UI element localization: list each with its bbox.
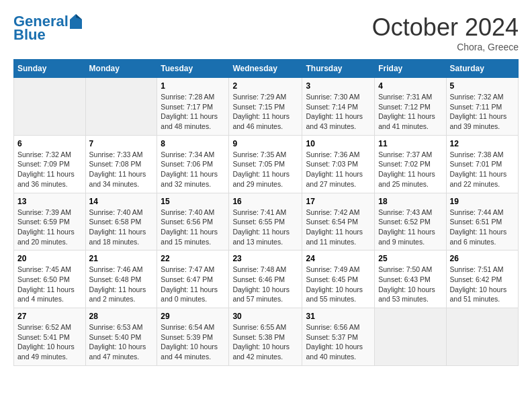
day-cell: 24Sunrise: 7:49 AM Sunset: 6:45 PM Dayli…	[302, 250, 375, 308]
day-detail: Sunrise: 7:44 AM Sunset: 6:51 PM Dayligh…	[450, 208, 515, 247]
page-header: General Blue October 2024 Chora, Greece	[13, 13, 519, 52]
day-cell	[446, 308, 519, 366]
day-header-thursday: Thursday	[302, 60, 375, 78]
day-detail: Sunrise: 7:41 AM Sunset: 6:55 PM Dayligh…	[232, 208, 298, 247]
title-area: October 2024 Chora, Greece	[372, 13, 519, 52]
day-detail: Sunrise: 6:55 AM Sunset: 5:38 PM Dayligh…	[232, 322, 298, 362]
day-number: 31	[306, 312, 371, 321]
day-detail: Sunrise: 7:29 AM Sunset: 7:15 PM Dayligh…	[232, 92, 298, 132]
day-cell: 3Sunrise: 7:30 AM Sunset: 7:14 PM Daylig…	[302, 78, 375, 136]
day-detail: Sunrise: 7:42 AM Sunset: 6:54 PM Dayligh…	[306, 208, 371, 247]
day-detail: Sunrise: 7:30 AM Sunset: 7:14 PM Dayligh…	[306, 92, 371, 132]
day-number: 14	[89, 197, 154, 206]
day-detail: Sunrise: 7:40 AM Sunset: 6:56 PM Dayligh…	[161, 208, 225, 247]
day-number: 29	[161, 312, 225, 321]
day-detail: Sunrise: 6:52 AM Sunset: 5:41 PM Dayligh…	[17, 322, 82, 362]
day-cell: 28Sunrise: 6:53 AM Sunset: 5:40 PM Dayli…	[85, 308, 157, 366]
day-header-sunday: Sunday	[14, 60, 86, 78]
week-row-5: 27Sunrise: 6:52 AM Sunset: 5:41 PM Dayli…	[14, 308, 519, 366]
day-detail: Sunrise: 7:49 AM Sunset: 6:45 PM Dayligh…	[306, 265, 371, 304]
day-cell: 21Sunrise: 7:46 AM Sunset: 6:48 PM Dayli…	[85, 250, 157, 308]
day-header-monday: Monday	[85, 60, 157, 78]
day-detail: Sunrise: 7:34 AM Sunset: 7:06 PM Dayligh…	[161, 150, 225, 189]
day-cell: 19Sunrise: 7:44 AM Sunset: 6:51 PM Dayli…	[446, 193, 519, 250]
day-header-saturday: Saturday	[446, 60, 519, 78]
month-title: October 2024	[372, 13, 519, 42]
day-detail: Sunrise: 7:36 AM Sunset: 7:03 PM Dayligh…	[306, 150, 371, 189]
day-number: 4	[378, 81, 442, 91]
day-cell: 12Sunrise: 7:38 AM Sunset: 7:01 PM Dayli…	[446, 135, 519, 193]
day-cell: 7Sunrise: 7:33 AM Sunset: 7:08 PM Daylig…	[85, 135, 157, 193]
day-cell: 31Sunrise: 6:56 AM Sunset: 5:37 PM Dayli…	[302, 308, 375, 366]
day-cell: 22Sunrise: 7:47 AM Sunset: 6:47 PM Dayli…	[157, 250, 229, 308]
day-detail: Sunrise: 7:35 AM Sunset: 7:05 PM Dayligh…	[232, 150, 298, 189]
week-row-2: 6Sunrise: 7:32 AM Sunset: 7:09 PM Daylig…	[14, 135, 519, 193]
location: Chora, Greece	[372, 42, 519, 52]
day-header-tuesday: Tuesday	[157, 60, 229, 78]
day-number: 20	[17, 254, 82, 263]
day-detail: Sunrise: 7:45 AM Sunset: 6:50 PM Dayligh…	[17, 265, 82, 304]
day-cell: 26Sunrise: 7:51 AM Sunset: 6:42 PM Dayli…	[446, 250, 519, 308]
day-cell: 6Sunrise: 7:32 AM Sunset: 7:09 PM Daylig…	[14, 135, 86, 193]
day-number: 12	[450, 139, 515, 148]
day-header-wednesday: Wednesday	[229, 60, 302, 78]
day-cell: 14Sunrise: 7:40 AM Sunset: 6:58 PM Dayli…	[85, 193, 157, 250]
day-number: 22	[161, 254, 225, 263]
day-cell	[85, 78, 157, 136]
day-cell: 17Sunrise: 7:42 AM Sunset: 6:54 PM Dayli…	[302, 193, 375, 250]
day-number: 23	[232, 254, 298, 263]
day-number: 17	[306, 197, 371, 206]
day-cell: 1Sunrise: 7:28 AM Sunset: 7:17 PM Daylig…	[157, 78, 229, 136]
day-header-friday: Friday	[375, 60, 446, 78]
day-detail: Sunrise: 6:53 AM Sunset: 5:40 PM Dayligh…	[89, 322, 154, 362]
day-number: 1	[161, 81, 225, 91]
day-number: 25	[378, 254, 442, 263]
day-number: 27	[17, 312, 82, 321]
day-number: 5	[450, 81, 515, 91]
day-cell: 13Sunrise: 7:39 AM Sunset: 6:59 PM Dayli…	[14, 193, 86, 250]
day-cell: 5Sunrise: 7:32 AM Sunset: 7:11 PM Daylig…	[446, 78, 519, 136]
day-detail: Sunrise: 7:32 AM Sunset: 7:09 PM Dayligh…	[17, 150, 82, 189]
day-cell: 8Sunrise: 7:34 AM Sunset: 7:06 PM Daylig…	[157, 135, 229, 193]
day-detail: Sunrise: 7:40 AM Sunset: 6:58 PM Dayligh…	[89, 208, 154, 247]
week-row-3: 13Sunrise: 7:39 AM Sunset: 6:59 PM Dayli…	[14, 193, 519, 250]
day-detail: Sunrise: 7:32 AM Sunset: 7:11 PM Dayligh…	[450, 92, 515, 132]
day-cell	[14, 78, 86, 136]
day-detail: Sunrise: 7:31 AM Sunset: 7:12 PM Dayligh…	[378, 92, 442, 132]
logo: General Blue	[13, 13, 82, 43]
day-cell	[375, 308, 446, 366]
day-number: 30	[232, 312, 298, 321]
day-cell: 2Sunrise: 7:29 AM Sunset: 7:15 PM Daylig…	[229, 78, 302, 136]
day-cell: 30Sunrise: 6:55 AM Sunset: 5:38 PM Dayli…	[229, 308, 302, 366]
week-row-4: 20Sunrise: 7:45 AM Sunset: 6:50 PM Dayli…	[14, 250, 519, 308]
day-number: 15	[161, 197, 225, 206]
day-number: 21	[89, 254, 154, 263]
day-cell: 11Sunrise: 7:37 AM Sunset: 7:02 PM Dayli…	[375, 135, 446, 193]
day-number: 3	[306, 81, 371, 91]
header-row: SundayMondayTuesdayWednesdayThursdayFrid…	[14, 60, 519, 78]
day-detail: Sunrise: 6:56 AM Sunset: 5:37 PM Dayligh…	[306, 322, 371, 362]
day-number: 11	[378, 139, 442, 148]
day-detail: Sunrise: 7:46 AM Sunset: 6:48 PM Dayligh…	[89, 265, 154, 304]
day-detail: Sunrise: 6:54 AM Sunset: 5:39 PM Dayligh…	[161, 322, 225, 362]
day-cell: 18Sunrise: 7:43 AM Sunset: 6:52 PM Dayli…	[375, 193, 446, 250]
day-cell: 9Sunrise: 7:35 AM Sunset: 7:05 PM Daylig…	[229, 135, 302, 193]
day-number: 26	[450, 254, 515, 263]
day-cell: 23Sunrise: 7:48 AM Sunset: 6:46 PM Dayli…	[229, 250, 302, 308]
day-detail: Sunrise: 7:47 AM Sunset: 6:47 PM Dayligh…	[161, 265, 225, 304]
day-detail: Sunrise: 7:28 AM Sunset: 7:17 PM Dayligh…	[161, 92, 225, 132]
day-number: 13	[17, 197, 82, 206]
calendar-table: SundayMondayTuesdayWednesdayThursdayFrid…	[13, 59, 519, 366]
day-number: 6	[17, 139, 82, 148]
day-number: 8	[161, 139, 225, 148]
day-cell: 20Sunrise: 7:45 AM Sunset: 6:50 PM Dayli…	[14, 250, 86, 308]
day-number: 7	[89, 139, 154, 148]
day-detail: Sunrise: 7:39 AM Sunset: 6:59 PM Dayligh…	[17, 208, 82, 247]
day-cell: 27Sunrise: 6:52 AM Sunset: 5:41 PM Dayli…	[14, 308, 86, 366]
day-cell: 29Sunrise: 6:54 AM Sunset: 5:39 PM Dayli…	[157, 308, 229, 366]
day-cell: 4Sunrise: 7:31 AM Sunset: 7:12 PM Daylig…	[375, 78, 446, 136]
day-number: 16	[232, 197, 298, 206]
day-detail: Sunrise: 7:51 AM Sunset: 6:42 PM Dayligh…	[450, 265, 515, 304]
day-number: 9	[232, 139, 298, 148]
day-number: 19	[450, 197, 515, 206]
